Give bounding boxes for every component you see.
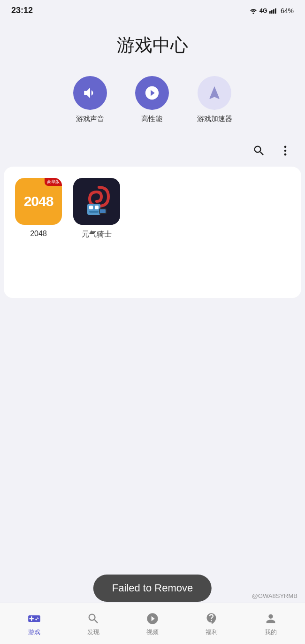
- game-icon-2048: 2048 豪华版: [15, 178, 62, 225]
- speaker-icon: [82, 85, 98, 101]
- quick-actions: 游戏声音 高性能 游戏加速器: [0, 76, 305, 142]
- action-label-accelerator: 游戏加速器: [197, 115, 232, 123]
- svg-rect-9: [87, 204, 100, 215]
- nav-icon-games: [27, 611, 42, 626]
- toolbar: [0, 142, 305, 167]
- action-sound[interactable]: 游戏声音: [73, 76, 107, 123]
- games-section: 2048 豪华版 2048: [4, 167, 301, 298]
- signal-icon: [269, 8, 279, 14]
- action-icon-performance: [135, 76, 169, 110]
- svg-rect-3: [273, 9, 274, 13]
- svg-rect-2: [271, 10, 273, 13]
- status-bar: 23:12 4G 64%: [0, 0, 305, 19]
- more-button[interactable]: [277, 142, 294, 159]
- battery-text: 64%: [281, 7, 294, 15]
- nav-item-video[interactable]: 视频: [123, 611, 182, 636]
- page-title: 游戏中心: [0, 19, 305, 76]
- game-item-2048[interactable]: 2048 豪华版 2048: [15, 178, 62, 239]
- search-icon: [252, 144, 266, 157]
- svg-point-6: [284, 150, 287, 152]
- svg-rect-4: [275, 8, 276, 13]
- status-icons: 4G 64%: [249, 7, 294, 15]
- game-icon-yuanqi: [73, 178, 120, 225]
- action-label-sound: 游戏声音: [76, 115, 104, 123]
- nav-item-welfare[interactable]: 福利: [182, 611, 241, 636]
- nav-icon-video: [145, 611, 160, 626]
- watermark: @GWA8SYRMB: [252, 592, 297, 599]
- nav-item-discover[interactable]: 发现: [64, 611, 123, 636]
- nav-icon-mine: [263, 611, 278, 626]
- action-label-performance: 高性能: [141, 115, 162, 123]
- svg-point-0: [252, 12, 254, 14]
- status-time: 23:12: [11, 6, 33, 15]
- nav-item-mine[interactable]: 我的: [241, 611, 300, 636]
- nav-label-mine: 我的: [265, 628, 277, 636]
- more-icon: [279, 144, 292, 157]
- performance-icon: [144, 85, 160, 101]
- svg-rect-1: [269, 11, 271, 13]
- svg-point-7: [284, 153, 287, 156]
- accelerator-icon: [206, 85, 222, 101]
- game-label-yuanqi: 元气骑士: [82, 230, 112, 239]
- action-performance[interactable]: 高性能: [135, 76, 169, 123]
- nav-label-video: 视频: [146, 628, 159, 636]
- game-label-2048: 2048: [30, 230, 47, 238]
- toast-message: Failed to Remove: [93, 575, 212, 602]
- nav-item-games[interactable]: 游戏: [5, 611, 64, 636]
- svg-rect-11: [95, 206, 99, 209]
- svg-rect-14: [100, 209, 106, 213]
- nav-label-games: 游戏: [28, 628, 40, 636]
- signal-text: 4G: [259, 7, 267, 14]
- yuanqi-graphic: [73, 178, 120, 225]
- action-icon-sound: [73, 76, 107, 110]
- nav-label-discover: 发现: [87, 628, 99, 636]
- bottom-nav: 游戏 发现 视频 福利 我的: [0, 603, 305, 644]
- svg-rect-10: [89, 206, 93, 209]
- action-accelerator[interactable]: 游戏加速器: [197, 76, 232, 123]
- svg-point-5: [284, 146, 287, 148]
- game-item-yuanqi[interactable]: 元气骑士: [73, 178, 120, 239]
- nav-label-welfare: 福利: [206, 628, 218, 636]
- nav-icon-welfare: [204, 611, 219, 626]
- nav-icon-discover: [86, 611, 101, 626]
- games-grid: 2048 豪华版 2048: [15, 178, 290, 239]
- search-button[interactable]: [251, 142, 267, 159]
- svg-rect-12: [89, 211, 99, 213]
- action-icon-accelerator: [198, 76, 231, 110]
- wifi-icon: [249, 8, 258, 14]
